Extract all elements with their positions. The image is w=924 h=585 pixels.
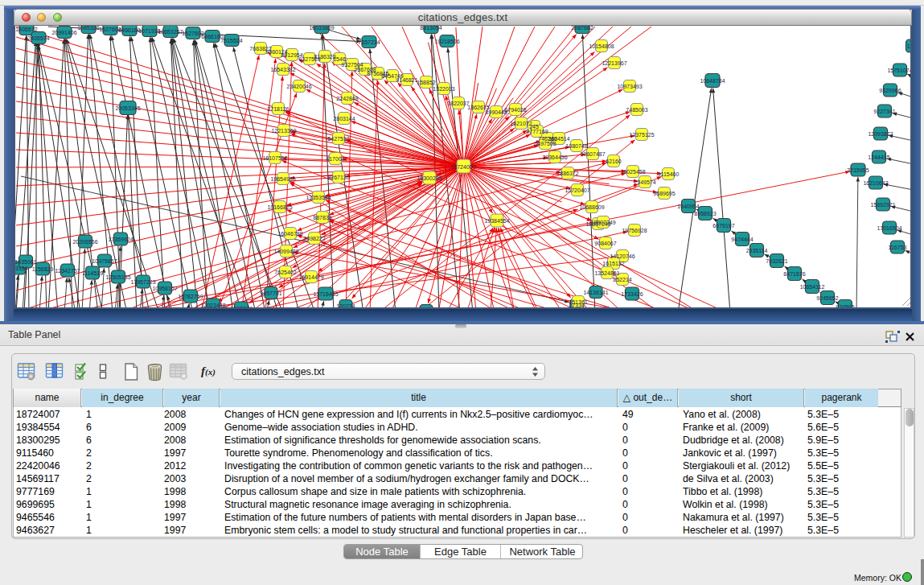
svg-text:252214: 252214 xyxy=(613,277,631,282)
svg-text:23420046: 23420046 xyxy=(286,84,311,89)
svg-text:116753: 116753 xyxy=(889,245,907,250)
svg-text:18300295: 18300295 xyxy=(417,175,441,181)
svg-text:16107552: 16107552 xyxy=(262,155,287,161)
svg-text:19756928: 19756928 xyxy=(622,228,647,233)
svg-text:10025458: 10025458 xyxy=(620,169,645,175)
svg-text:12093872: 12093872 xyxy=(868,131,893,137)
svg-text:151361: 151361 xyxy=(569,299,587,305)
svg-text:12342757: 12342757 xyxy=(55,268,80,274)
svg-text:887833: 887833 xyxy=(313,215,331,220)
svg-text:2405574: 2405574 xyxy=(27,35,49,41)
svg-text:9457791: 9457791 xyxy=(260,290,281,296)
svg-text:1156829: 1156829 xyxy=(32,266,54,272)
svg-text:17359924: 17359924 xyxy=(108,237,133,242)
svg-text:16782759: 16782759 xyxy=(178,294,203,299)
svg-text:6466160: 6466160 xyxy=(118,27,140,33)
svg-text:15720407: 15720407 xyxy=(565,187,589,193)
svg-text:20364436: 20364436 xyxy=(542,154,567,160)
svg-text:15751074: 15751074 xyxy=(887,68,910,73)
svg-text:3824514: 3824514 xyxy=(548,136,569,142)
svg-text:9777169: 9777169 xyxy=(526,129,548,134)
svg-text:7632621: 7632621 xyxy=(766,258,787,264)
svg-text:10958107: 10958107 xyxy=(152,286,177,291)
svg-text:10653267: 10653267 xyxy=(158,29,183,35)
svg-text:1546: 1546 xyxy=(333,56,346,62)
svg-text:417004: 417004 xyxy=(326,156,344,162)
svg-text:2087682: 2087682 xyxy=(571,26,593,31)
svg-text:1117: 1117 xyxy=(907,43,910,49)
svg-text:12375125: 12375125 xyxy=(629,132,654,138)
svg-text:2349574: 2349574 xyxy=(634,179,655,185)
svg-text:3498222: 3498222 xyxy=(303,236,325,241)
svg-text:9227341: 9227341 xyxy=(873,109,895,114)
svg-text:10654112: 10654112 xyxy=(800,284,825,290)
svg-text:62160: 62160 xyxy=(606,159,622,164)
svg-text:1065326: 1065326 xyxy=(77,26,99,31)
svg-text:14120746: 14120746 xyxy=(610,253,634,259)
svg-text:18807249: 18807249 xyxy=(590,220,615,225)
svg-text:7886372: 7886372 xyxy=(556,171,578,176)
svg-text:20053345: 20053345 xyxy=(115,105,140,111)
svg-text:120234: 120234 xyxy=(336,303,355,307)
svg-text:19166825: 19166825 xyxy=(267,204,292,210)
svg-text:18724007: 18724007 xyxy=(450,164,475,170)
svg-text:16543382: 16543382 xyxy=(270,67,295,72)
svg-text:1114519: 1114519 xyxy=(82,270,103,276)
svg-text:1405572: 1405572 xyxy=(15,27,37,32)
svg-text:1244415: 1244415 xyxy=(868,154,889,160)
svg-text:8958923: 8958923 xyxy=(694,211,716,216)
svg-text:2718126: 2718126 xyxy=(267,106,289,112)
svg-text:1615132: 1615132 xyxy=(602,261,624,266)
svg-text:1435061: 1435061 xyxy=(15,259,37,265)
svg-text:8267130: 8267130 xyxy=(327,175,349,180)
svg-text:9689695: 9689695 xyxy=(653,191,675,196)
svg-text:12023448: 12023448 xyxy=(200,303,225,307)
svg-text:12213369: 12213369 xyxy=(271,128,296,134)
svg-text:2935114: 2935114 xyxy=(746,248,768,253)
svg-text:17957223: 17957223 xyxy=(130,279,155,285)
svg-text:10648784: 10648784 xyxy=(700,78,725,84)
svg-text:9146821: 9146821 xyxy=(396,77,417,83)
svg-text:16033809: 16033809 xyxy=(309,26,334,31)
svg-text:19384554: 19384554 xyxy=(484,218,509,224)
svg-text:2242848: 2242848 xyxy=(336,96,358,101)
svg-text:19654985: 19654985 xyxy=(270,176,295,182)
svg-text:15692971: 15692971 xyxy=(870,202,895,208)
svg-text:10154808: 10154808 xyxy=(589,43,614,49)
svg-text:19218506: 19218506 xyxy=(434,39,459,44)
svg-text:9245652: 9245652 xyxy=(816,295,838,301)
svg-text:9474444: 9474444 xyxy=(731,237,753,242)
svg-text:6794028: 6794028 xyxy=(504,107,526,113)
svg-text:17016504: 17016504 xyxy=(877,225,901,231)
svg-text:8813054: 8813054 xyxy=(420,26,441,31)
svg-text:7515524: 7515524 xyxy=(220,38,242,43)
svg-text:158852: 158852 xyxy=(417,80,435,85)
svg-text:10607487: 10607487 xyxy=(580,151,605,157)
svg-text:9084067: 9084067 xyxy=(594,241,616,246)
svg-text:2803144: 2803144 xyxy=(333,116,355,122)
svg-text:9329966: 9329966 xyxy=(879,88,901,93)
svg-text:10973493: 10973493 xyxy=(617,84,642,89)
svg-text:3822037: 3822037 xyxy=(447,101,469,106)
svg-text:13716485: 13716485 xyxy=(313,291,338,297)
svg-text:6679197: 6679197 xyxy=(713,223,734,229)
svg-text:12505135: 12505135 xyxy=(105,274,130,280)
svg-text:13524851: 13524851 xyxy=(594,270,619,276)
svg-text:7485003: 7485003 xyxy=(626,107,647,113)
svg-text:7625402: 7625402 xyxy=(274,270,296,275)
svg-text:1322013: 1322013 xyxy=(433,86,454,92)
svg-text:16914479: 16914479 xyxy=(298,274,323,280)
svg-text:14099489: 14099489 xyxy=(273,249,298,254)
svg-text:12213967: 12213967 xyxy=(602,60,626,66)
svg-text:16210643: 16210643 xyxy=(863,180,888,186)
svg-text:3215955: 3215955 xyxy=(847,167,869,173)
svg-text:16046788: 16046788 xyxy=(277,231,302,237)
svg-text:20991406: 20991406 xyxy=(51,30,76,35)
svg-text:1202344: 1202344 xyxy=(230,306,252,307)
svg-text:1080748: 1080748 xyxy=(565,143,587,149)
svg-text:8471676: 8471676 xyxy=(783,271,805,277)
svg-text:20206556: 20206556 xyxy=(72,239,97,245)
svg-text:10688609: 10688609 xyxy=(579,204,604,210)
svg-text:1640954: 1640954 xyxy=(677,204,699,209)
svg-text:8427512: 8427512 xyxy=(327,136,349,142)
